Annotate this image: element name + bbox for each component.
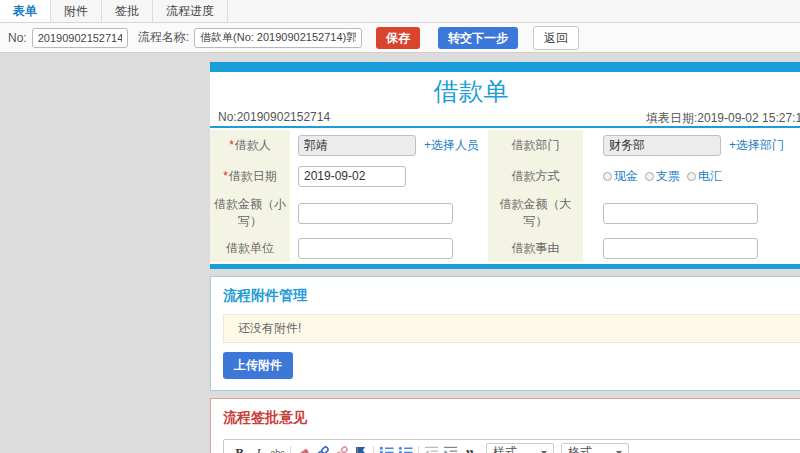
rich-text-editor: B I abc [223,439,800,453]
select-person-link[interactable]: +选择人员 [424,137,479,154]
amount-small-label: 借款金额（小写） [210,192,290,234]
approval-panel: 流程签批意见 B I abc [210,398,800,453]
anchor-flag-icon[interactable] [351,443,370,453]
form-title: 借款单 [210,72,800,108]
radio-icon[interactable] [687,172,696,181]
styles-dropdown[interactable]: 样式 [486,443,554,453]
loan-reason-row: 借款事由 [488,234,800,262]
amount-big-input[interactable] [603,203,758,224]
loan-method-row: 借款方式 现金 支票 电汇 [488,160,800,192]
borrower-input[interactable] [298,135,416,156]
form-meta-row: No:20190902152714 填表日期:2019-09-02 15:27:… [210,108,800,126]
tab-progress[interactable]: 流程进度 [153,0,228,22]
no-attachments-alert: 还没有附件! [223,314,800,343]
remove-format-icon[interactable] [294,443,313,453]
process-name-label: 流程名称: [138,29,189,46]
form-no-text: No:20190902152714 [218,110,330,124]
indent-icon[interactable] [441,443,460,453]
tab-bar: 表单 附件 签批 流程进度 [0,0,800,23]
select-department-link[interactable]: +选择部门 [729,137,784,154]
forward-next-step-button[interactable]: 转交下一步 [438,27,518,49]
loan-reason-label: 借款事由 [488,234,583,262]
attachments-panel: 流程附件管理 还没有附件! 上传附件 [210,276,800,391]
back-button[interactable]: 返回 [533,26,579,50]
no-input[interactable] [32,28,128,48]
loan-unit-row: 借款单位 [210,234,488,262]
unlink-icon[interactable] [332,443,351,453]
italic-icon[interactable]: I [249,443,268,453]
process-name-input[interactable] [194,28,362,48]
amount-big-label: 借款金额（大写） [488,192,583,234]
strikethrough-icon[interactable]: abc [268,443,287,453]
method-option-wire[interactable]: 电汇 [687,168,722,185]
loan-date-row: *借款日期 [210,160,488,192]
save-button[interactable]: 保存 [376,27,420,49]
loan-date-input[interactable] [298,166,406,187]
department-input[interactable] [603,135,721,156]
amount-small-input[interactable] [298,203,453,224]
form-footer-bar [210,264,800,269]
tab-form[interactable]: 表单 [0,0,51,22]
department-row: 借款部门 +选择部门 [488,130,800,160]
link-icon[interactable] [313,443,332,453]
loan-form-panel: 借款单 No:20190902152714 填表日期:2019-09-02 15… [210,62,800,269]
command-bar: No: 流程名称: 保存 转交下一步 返回 [0,23,800,53]
upload-attachment-button[interactable]: 上传附件 [223,352,293,379]
radio-icon[interactable] [603,172,612,181]
approval-heading: 流程签批意见 [223,409,800,427]
toolbar-separator [290,446,291,453]
no-label: No: [8,31,27,45]
unordered-list-icon[interactable] [396,443,415,453]
form-header-bar [210,62,800,72]
editor-toolbar: B I abc [224,440,800,453]
loan-reason-input[interactable] [603,238,758,259]
outdent-icon[interactable] [422,443,441,453]
form-date-text: 填表日期:2019-09-02 15:27:1 [646,110,800,127]
main-area: 借款单 No:20190902152714 填表日期:2019-09-02 15… [0,53,800,452]
ordered-list-icon[interactable] [377,443,396,453]
required-mark: * [229,138,234,152]
borrower-label: *借款人 [210,130,290,160]
loan-date-label: *借款日期 [210,160,290,192]
loan-unit-input[interactable] [298,238,453,259]
radio-icon[interactable] [645,172,654,181]
bold-icon[interactable]: B [230,443,249,453]
tab-approval[interactable]: 签批 [102,0,153,22]
toolbar-separator [418,446,419,453]
form-grid: *借款人 +选择人员 *借款日期 [210,128,800,262]
department-label: 借款部门 [488,130,583,160]
format-dropdown[interactable]: 格式 [561,443,629,453]
required-mark: * [223,169,228,183]
method-option-cash[interactable]: 现金 [603,168,638,185]
amount-big-row: 借款金额（大写） [488,192,800,234]
borrower-row: *借款人 +选择人员 [210,130,488,160]
tab-attachment[interactable]: 附件 [51,0,102,22]
method-option-check[interactable]: 支票 [645,168,680,185]
loan-unit-label: 借款单位 [210,234,290,262]
loan-method-label: 借款方式 [488,160,583,192]
blockquote-icon[interactable]: ” [460,443,479,453]
attachments-heading: 流程附件管理 [223,287,800,305]
toolbar-separator [373,446,374,453]
amount-small-row: 借款金额（小写） [210,192,488,234]
